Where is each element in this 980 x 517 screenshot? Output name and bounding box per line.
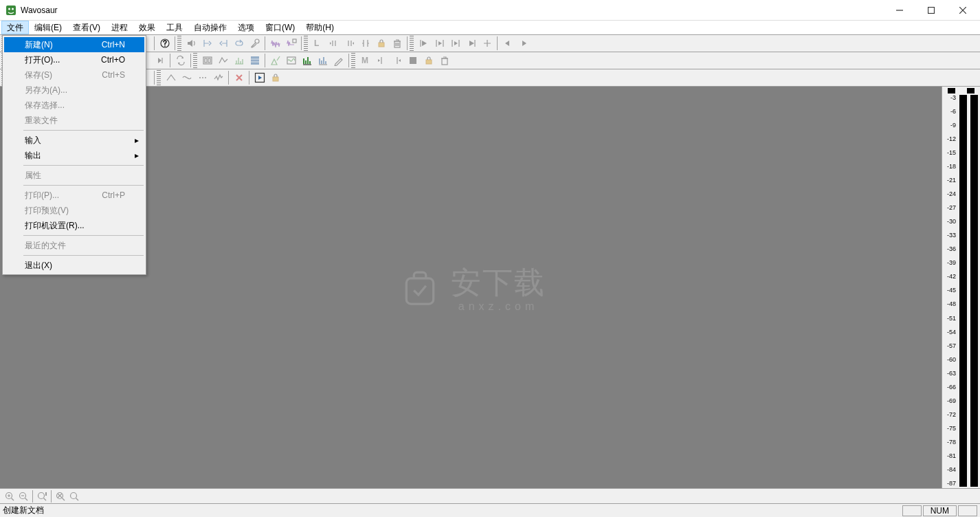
maximize-button[interactable] (915, 0, 947, 21)
lock-button[interactable] (267, 70, 283, 85)
meter-tick: -57 (947, 343, 956, 349)
menu-item-label: 输出 (25, 150, 41, 162)
marker-prev-button[interactable] (326, 36, 342, 51)
marker-lock2-button[interactable] (421, 53, 436, 68)
play-framed-button[interactable] (252, 70, 267, 85)
svg-point-20 (202, 77, 203, 78)
draw-curve-button[interactable] (179, 70, 194, 85)
close-button[interactable] (947, 0, 979, 21)
menu-file[interactable]: 文件 (1, 21, 29, 34)
file-menu-item-8[interactable]: 输出▸ (4, 148, 144, 163)
svg-point-5 (255, 39, 259, 43)
svg-point-28 (57, 492, 63, 498)
svg-rect-14 (287, 57, 296, 64)
draw-dots-button[interactable] (194, 70, 210, 85)
step-fwd-button[interactable] (152, 53, 168, 68)
repeat-button[interactable] (172, 53, 188, 68)
nudge-right-button[interactable] (515, 36, 531, 51)
sel-extend-left-button[interactable] (432, 36, 447, 51)
draw-random-button[interactable] (210, 70, 226, 85)
file-menu-item-1[interactable]: 打开(O)...Ctrl+O (4, 52, 144, 67)
envelope-button[interactable] (215, 53, 231, 68)
toolbar-grip[interactable] (193, 53, 197, 68)
marker-l-button[interactable]: L (310, 36, 326, 51)
file-menu-item-0[interactable]: 新建(N)Ctrl+N (4, 37, 144, 52)
menu-process[interactable]: 进程 (106, 21, 133, 34)
file-menu-item-18[interactable]: 退出(X) (4, 258, 144, 273)
clip-indicator-r[interactable] (967, 88, 975, 94)
marker-all-button[interactable] (405, 53, 421, 68)
work-area: 安下载 anxz.com -3-6-9-12-15-18-21-24-27-30… (0, 87, 980, 488)
zoom-out-button[interactable] (16, 490, 30, 503)
watermark-sub: anxz.com (451, 300, 546, 313)
toolbar-area: L M (0, 35, 980, 87)
clip-indicator-l[interactable] (948, 88, 955, 94)
submenu-arrow-icon: ▸ (135, 135, 139, 145)
zoom-1to1-button[interactable] (67, 490, 81, 503)
file-menu-item-7[interactable]: 输入▸ (4, 133, 144, 148)
menu-view[interactable]: 查看(V) (67, 21, 106, 34)
menu-options[interactable]: 选项 (232, 21, 260, 34)
sel-extend-right-button[interactable] (447, 36, 463, 51)
loop-end-button[interactable] (215, 36, 231, 51)
zoom-sel-button[interactable] (35, 490, 49, 503)
menu-help[interactable]: 帮助(H) (300, 21, 339, 34)
marker-delete2-button[interactable] (436, 53, 452, 68)
marker-goto-next-button[interactable] (389, 53, 405, 68)
marker-split-button[interactable] (357, 36, 373, 51)
menu-tools[interactable]: 工具 (161, 21, 188, 34)
meter-tick: -33 (947, 232, 956, 239)
menu-item-label: 最近的文件 (25, 240, 66, 252)
file-menu-item-13: 打印预览(V) (4, 203, 144, 218)
pencil-button[interactable] (331, 53, 346, 68)
loop-start-button[interactable] (199, 36, 215, 51)
nudge-left-button[interactable] (500, 36, 515, 51)
waveform-button[interactable] (267, 36, 283, 51)
toolbar-grip[interactable] (157, 70, 161, 85)
marker-next-button[interactable] (342, 36, 357, 51)
help-about-button[interactable] (157, 36, 172, 51)
svg-rect-8 (379, 43, 384, 47)
bars-blue-button[interactable] (315, 53, 331, 68)
file-menu-item-14[interactable]: 打印机设置(R)... (4, 218, 144, 233)
key-button[interactable] (247, 36, 263, 51)
marker-goto-prev-button[interactable] (373, 53, 389, 68)
menu-edit[interactable]: 编辑(E) (29, 21, 67, 34)
waveform-db-button[interactable] (283, 36, 299, 51)
meter-tick: -27 (947, 205, 956, 211)
meter-tick: -15 (947, 150, 956, 156)
marker-add-button[interactable]: M (357, 53, 373, 68)
draw-line-button[interactable] (163, 70, 179, 85)
menu-item-label: 保存(S) (25, 69, 52, 81)
minimize-button[interactable] (884, 0, 915, 21)
menu-auto[interactable]: 自动操作 (188, 21, 232, 34)
sel-center-button[interactable] (479, 36, 495, 51)
delete-x-button[interactable] (231, 70, 247, 85)
sel-to-end-button[interactable] (463, 36, 479, 51)
level-meter: -3-6-9-12-15-18-21-24-27-30-33-36-39-42-… (942, 87, 980, 488)
vst-rack-button[interactable] (199, 53, 215, 68)
sel-to-start-button[interactable] (416, 36, 432, 51)
scope-button[interactable] (283, 53, 299, 68)
sonogram-button[interactable] (247, 53, 263, 68)
toolbar-grip[interactable] (410, 36, 414, 51)
status-cell-1 (902, 505, 922, 516)
marker-delete-button[interactable] (389, 36, 405, 51)
spectrum-button[interactable] (231, 53, 247, 68)
bars-green-button[interactable] (299, 53, 315, 68)
menu-item-label: 打印(P)... (25, 190, 59, 201)
zoom-in-button[interactable] (3, 490, 16, 503)
toolbar-grip[interactable] (177, 36, 181, 51)
toolbar-grip[interactable] (351, 53, 355, 68)
zoom-fit-button[interactable] (54, 490, 67, 503)
toolbar-row-1: L (0, 35, 980, 52)
menu-separator (23, 255, 144, 256)
loop-button[interactable] (231, 36, 247, 51)
volume-button[interactable] (183, 36, 199, 51)
toolbar-grip[interactable] (304, 36, 308, 51)
menu-window[interactable]: 窗口(W) (260, 21, 300, 34)
menu-effect[interactable]: 效果 (133, 21, 161, 34)
marker-lock-button[interactable] (373, 36, 389, 51)
realtime-fx-button[interactable] (267, 53, 283, 68)
menu-separator (23, 185, 144, 186)
